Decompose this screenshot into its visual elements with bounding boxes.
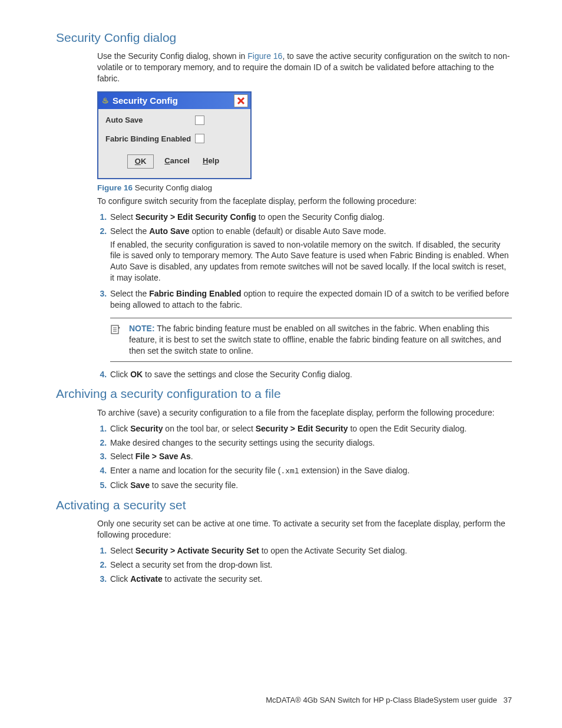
figure-number: Figure 16: [97, 183, 133, 192]
step-4: Enter a name and location for the securi…: [109, 465, 512, 477]
step-3: Select the Fabric Binding Enabled option…: [109, 288, 512, 361]
fabric-binding-checkbox[interactable]: [195, 134, 204, 143]
java-icon: ♨: [102, 97, 110, 105]
activating-intro: Only one security set can be active at o…: [97, 518, 512, 541]
step-5: Click Save to save the security file.: [109, 480, 512, 491]
security-config-dialog: ♨ Security Config Auto Save Fabric Bindi…: [97, 91, 252, 179]
dialog-title-text: Security Config: [113, 95, 178, 107]
procedure-intro: To configure switch security from the fa…: [97, 196, 512, 207]
ok-button[interactable]: OK: [127, 154, 154, 169]
note-text: NOTE: The fabric binding feature must be…: [129, 323, 512, 357]
heading-security-config-dialog: Security Config dialog: [56, 29, 512, 46]
text: Use the Security Config dialog, shown in: [97, 51, 247, 61]
close-icon: [237, 97, 245, 105]
step-2: Make desired changes to the security set…: [109, 437, 512, 449]
figure-caption-text: Security Config dialog: [133, 183, 212, 192]
step-2: Select the Auto Save option to enable (d…: [109, 226, 512, 284]
figure-link[interactable]: Figure 16: [247, 51, 282, 61]
step-4: Click OK to save the settings and close …: [109, 369, 512, 380]
help-button[interactable]: Help: [200, 154, 222, 169]
auto-save-checkbox[interactable]: [195, 116, 204, 125]
note-label: NOTE:: [129, 324, 155, 333]
step-3: Select File > Save As.: [109, 451, 512, 462]
heading-archiving: Archiving a security configuration to a …: [56, 386, 512, 402]
dialog-titlebar: ♨ Security Config: [98, 93, 250, 109]
fabric-binding-label: Fabric Binding Enabled: [105, 134, 195, 144]
note-block: NOTE: The fabric binding feature must be…: [110, 318, 512, 362]
cancel-button[interactable]: Cancel: [162, 154, 192, 169]
step-1: Select Security > Edit Security Config t…: [109, 212, 512, 223]
step-3: Click Activate to activate the security …: [109, 574, 512, 585]
heading-activating: Activating a security set: [56, 497, 512, 513]
auto-save-label: Auto Save: [105, 115, 195, 126]
archiving-intro: To archive (save) a security configurati…: [97, 407, 512, 419]
note-icon: [110, 323, 121, 357]
step-2: Select a security set from the drop-down…: [109, 559, 512, 571]
step-1: Select Security > Activate Security Set …: [109, 545, 512, 556]
procedure-steps: Select Security > Edit Security Config t…: [97, 212, 512, 380]
step-2-detail: If enabled, the security configuration i…: [110, 239, 512, 284]
dialog-screenshot: ♨ Security Config Auto Save Fabric Bindi…: [97, 91, 512, 179]
activating-steps: Select Security > Activate Security Set …: [97, 545, 512, 585]
close-button[interactable]: [234, 94, 248, 107]
archiving-steps: Click Security on the tool bar, or selec…: [97, 423, 512, 491]
figure-caption: Figure 16 Security Config dialog: [97, 183, 512, 193]
step-1: Click Security on the tool bar, or selec…: [109, 423, 512, 434]
intro-paragraph: Use the Security Config dialog, shown in…: [97, 51, 512, 84]
